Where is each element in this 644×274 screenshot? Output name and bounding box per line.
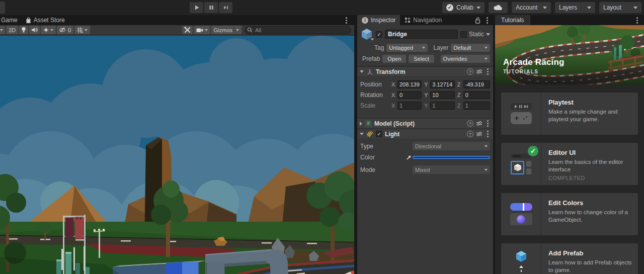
- tab-tutorials[interactable]: Tutorials: [495, 15, 530, 25]
- tools-button[interactable]: [182, 26, 193, 34]
- lighting-toggle[interactable]: [19, 26, 28, 34]
- tab-inspector[interactable]: i Inspector: [357, 15, 400, 25]
- navigation-icon: [405, 17, 411, 23]
- active-checkbox[interactable]: ✓: [376, 31, 382, 38]
- tutorial-card-add-prefab[interactable]: Add Prefab Learn how to add Prefab objec…: [501, 243, 638, 274]
- shopping-bag-icon: [26, 17, 31, 24]
- eye-slash-icon: [59, 27, 66, 33]
- transform-menu-icon[interactable]: [485, 67, 491, 76]
- foldout-open-icon[interactable]: [360, 70, 364, 73]
- tutorial-card-playtest[interactable]: Playtest Make a simple change and playte…: [501, 93, 638, 135]
- collab-button[interactable]: ✓ Collab: [442, 2, 485, 13]
- light-bulb-icon: [21, 27, 26, 33]
- gizmos-dropdown[interactable]: Gizmos: [211, 26, 242, 34]
- account-label: Account: [516, 4, 537, 11]
- view-menu-icon[interactable]: [344, 16, 349, 25]
- light-menu-icon[interactable]: [485, 130, 491, 138]
- card-title: Editor UI: [548, 149, 632, 156]
- help-icon[interactable]: ?: [467, 120, 473, 127]
- chevron-down-icon: [476, 7, 480, 9]
- card-description: Learn the basics of the editor interface: [548, 158, 632, 173]
- light-mode-dropdown[interactable]: Mixed: [413, 165, 490, 174]
- toolbar-right-group: ✓ Collab Account Layers Layout: [442, 2, 641, 13]
- layer-dropdown[interactable]: Default: [451, 44, 490, 52]
- transform-header[interactable]: Transform ?: [357, 66, 493, 77]
- scale-x-field[interactable]: 1: [397, 102, 422, 110]
- editor-ui-icon: ✓: [501, 143, 541, 185]
- help-icon[interactable]: ?: [467, 131, 473, 137]
- hero-track-image: [495, 25, 644, 84]
- cloud-button[interactable]: [489, 2, 508, 13]
- effects-star-icon: [43, 27, 49, 33]
- prefab-cube-icon: [515, 250, 528, 263]
- light-header[interactable]: ✓ Light ?: [357, 129, 493, 139]
- tutorial-card-list: Playtest Make a simple change and playte…: [495, 84, 644, 274]
- layers-button[interactable]: Layers: [555, 2, 595, 13]
- position-x-field[interactable]: 208.139: [397, 80, 422, 88]
- prefab-overrides-dropdown[interactable]: Overrides: [441, 55, 490, 63]
- tutorial-card-editor-ui[interactable]: ✓ Editor UI Learn the basics of the edit…: [501, 143, 638, 185]
- effects-dropdown[interactable]: [41, 26, 56, 34]
- grid-dropdown[interactable]: [74, 26, 90, 34]
- rotation-x-field[interactable]: 0: [397, 91, 422, 99]
- presets-icon[interactable]: [476, 121, 482, 126]
- model-script-header[interactable]: # Model (Script) ?: [357, 118, 493, 129]
- position-z-field[interactable]: -49.319: [463, 80, 490, 88]
- script-icon: #: [365, 120, 372, 127]
- inspector-menu-icon[interactable]: [485, 16, 490, 25]
- tutorials-menu-icon[interactable]: [634, 16, 640, 25]
- game-view-pane: Game Asset Store 2D 0: [0, 15, 354, 274]
- foldout-closed-icon[interactable]: [360, 122, 362, 126]
- help-icon[interactable]: ?: [467, 68, 473, 75]
- scene-3d-view: [0, 36, 354, 274]
- light-color-field[interactable]: [413, 156, 490, 159]
- play-button[interactable]: [190, 2, 203, 13]
- pause-button[interactable]: [204, 2, 218, 13]
- model-script-title: Model (Script): [374, 120, 464, 127]
- presets-icon[interactable]: [476, 131, 482, 137]
- account-button[interactable]: Account: [512, 2, 551, 13]
- rotation-z-field[interactable]: 0: [463, 91, 490, 99]
- light-type-dropdown[interactable]: Directional: [413, 142, 490, 150]
- rotation-y-field[interactable]: 10: [430, 91, 454, 99]
- toolbar-clipped-button[interactable]: [0, 2, 5, 14]
- tab-navigation[interactable]: Navigation: [400, 15, 446, 25]
- tag-dropdown[interactable]: Untagged: [386, 44, 428, 52]
- scale-z-field[interactable]: 1: [463, 102, 490, 110]
- static-toggle[interactable]: Static: [460, 31, 490, 38]
- static-dropdown-icon[interactable]: [486, 33, 490, 36]
- aspect-dropdown[interactable]: [0, 26, 5, 34]
- 2d-toggle[interactable]: 2D: [6, 26, 18, 34]
- info-icon: i: [362, 17, 368, 24]
- tab-game[interactable]: Game: [0, 15, 22, 25]
- scale-y-field[interactable]: 1: [430, 102, 454, 110]
- prefab-open-button[interactable]: Open: [382, 55, 406, 63]
- prefab-expand-icon[interactable]: [371, 39, 374, 41]
- game-viewport[interactable]: [0, 36, 354, 274]
- foldout-open-icon[interactable]: [360, 133, 364, 135]
- tutorial-card-edit-colors[interactable]: Edit Colors Learn how to change color of…: [501, 193, 638, 235]
- unlock-icon[interactable]: [475, 17, 480, 24]
- step-button[interactable]: [219, 2, 232, 13]
- prefab-select-button[interactable]: Select: [409, 55, 434, 63]
- layout-button[interactable]: Layout: [599, 2, 641, 13]
- object-name-field[interactable]: Bridge: [385, 30, 458, 39]
- light-mode-value: Mixed: [415, 167, 430, 173]
- audio-toggle[interactable]: [29, 26, 40, 34]
- static-checkbox[interactable]: [460, 31, 467, 38]
- layout-label: Layout: [603, 4, 621, 11]
- gizmos-search-input[interactable]: [245, 26, 351, 34]
- gameobject-cube-icon[interactable]: [360, 28, 373, 41]
- unity-editor-window: ✓ Collab Account Layers Layout Gam: [0, 0, 644, 274]
- presets-icon[interactable]: [476, 69, 482, 74]
- hidden-objects-toggle[interactable]: 0: [57, 26, 73, 34]
- search-icon: [247, 27, 253, 33]
- up-arrow-icon: [519, 265, 523, 268]
- light-enabled-checkbox[interactable]: ✓: [376, 131, 382, 137]
- position-y-field[interactable]: 3.12714: [430, 80, 454, 88]
- model-menu-icon[interactable]: [485, 119, 491, 128]
- tab-asset-store[interactable]: Asset Store: [22, 15, 69, 25]
- tab-navigation-label: Navigation: [413, 17, 442, 24]
- scale-label: Scale: [360, 102, 391, 109]
- camera-dropdown[interactable]: [194, 26, 210, 34]
